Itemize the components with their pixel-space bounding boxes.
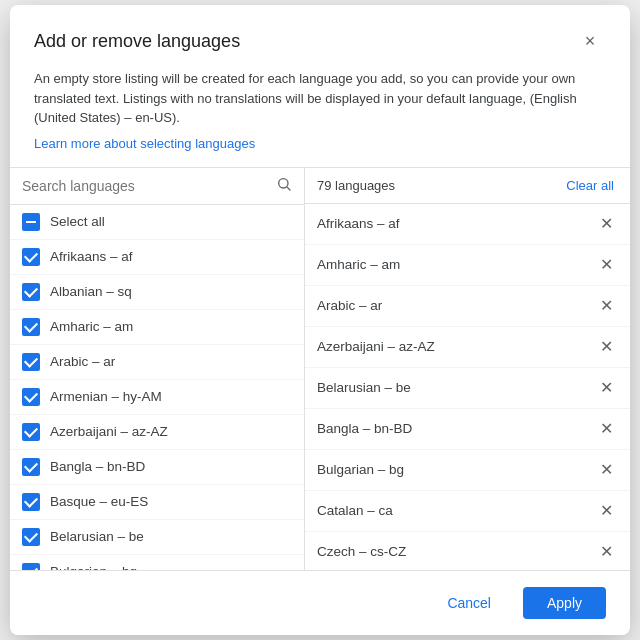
list-item: Afrikaans – af✕ — [305, 204, 630, 245]
checkbox — [22, 563, 40, 571]
left-panel: Select allAfrikaans – afAlbanian – sqAmh… — [10, 168, 305, 571]
list-item: Bulgarian – bg✕ — [305, 450, 630, 491]
list-item: Bangla – bn-BD✕ — [305, 409, 630, 450]
remove-language-button[interactable]: ✕ — [594, 417, 618, 441]
list-item[interactable]: Select all — [10, 205, 304, 240]
language-label: Czech – cs-CZ — [317, 544, 406, 559]
language-label: Armenian – hy-AM — [50, 389, 162, 404]
remove-language-button[interactable]: ✕ — [594, 376, 618, 400]
list-item[interactable]: Bulgarian – bg — [10, 555, 304, 571]
language-label: Azerbaijani – az-AZ — [50, 424, 168, 439]
remove-language-button[interactable]: ✕ — [594, 212, 618, 236]
language-label: Afrikaans – af — [50, 249, 133, 264]
list-item: Belarusian – be✕ — [305, 368, 630, 409]
language-label: Catalan – ca — [317, 503, 393, 518]
remove-language-button[interactable]: ✕ — [594, 458, 618, 482]
svg-point-0 — [279, 178, 288, 187]
language-label: Afrikaans – af — [317, 216, 400, 231]
right-panel-header: 79 languages Clear all — [305, 168, 630, 204]
learn-more-link[interactable]: Learn more about selecting languages — [10, 136, 630, 167]
content-area: Select allAfrikaans – afAlbanian – sqAmh… — [10, 167, 630, 571]
list-item: Czech – cs-CZ✕ — [305, 532, 630, 571]
language-label: Belarusian – be — [317, 380, 411, 395]
checkbox — [22, 283, 40, 301]
svg-line-1 — [287, 187, 290, 190]
checkbox — [22, 388, 40, 406]
checkbox — [22, 248, 40, 266]
list-item[interactable]: Belarusian – be — [10, 520, 304, 555]
language-label: Bangla – bn-BD — [50, 459, 145, 474]
language-count: 79 languages — [317, 178, 395, 193]
list-item: Azerbaijani – az-AZ✕ — [305, 327, 630, 368]
search-input[interactable] — [22, 178, 268, 194]
language-label: Belarusian – be — [50, 529, 144, 544]
list-item: Catalan – ca✕ — [305, 491, 630, 532]
checkbox — [22, 423, 40, 441]
remove-language-button[interactable]: ✕ — [594, 540, 618, 564]
language-label: Albanian – sq — [50, 284, 132, 299]
remove-language-button[interactable]: ✕ — [594, 335, 618, 359]
checkbox — [22, 353, 40, 371]
list-item[interactable]: Bangla – bn-BD — [10, 450, 304, 485]
list-item[interactable]: Azerbaijani – az-AZ — [10, 415, 304, 450]
remove-language-button[interactable]: ✕ — [594, 499, 618, 523]
language-label: Bangla – bn-BD — [317, 421, 412, 436]
list-item[interactable]: Albanian – sq — [10, 275, 304, 310]
close-button[interactable]: × — [574, 25, 606, 57]
search-box — [10, 168, 304, 205]
selected-language-list: Afrikaans – af✕Amharic – am✕Arabic – ar✕… — [305, 204, 630, 571]
language-label: Basque – eu-ES — [50, 494, 148, 509]
language-label: Amharic – am — [317, 257, 400, 272]
language-label: Amharic – am — [50, 319, 133, 334]
list-item[interactable]: Afrikaans – af — [10, 240, 304, 275]
list-item[interactable]: Amharic – am — [10, 310, 304, 345]
clear-all-button[interactable]: Clear all — [562, 176, 618, 195]
list-item[interactable]: Armenian – hy-AM — [10, 380, 304, 415]
dialog-header: Add or remove languages × — [10, 5, 630, 69]
language-label: Bulgarian – bg — [317, 462, 404, 477]
list-item: Amharic – am✕ — [305, 245, 630, 286]
language-label: Arabic – ar — [50, 354, 115, 369]
apply-button[interactable]: Apply — [523, 587, 606, 619]
list-item[interactable]: Arabic – ar — [10, 345, 304, 380]
dialog-footer: Cancel Apply — [10, 570, 630, 635]
search-icon — [276, 176, 292, 196]
dialog: Add or remove languages × An empty store… — [10, 5, 630, 635]
remove-language-button[interactable]: ✕ — [594, 294, 618, 318]
language-label: Select all — [50, 214, 105, 229]
checkbox — [22, 528, 40, 546]
dialog-description: An empty store listing will be created f… — [10, 69, 630, 136]
list-item: Arabic – ar✕ — [305, 286, 630, 327]
language-list: Select allAfrikaans – afAlbanian – sqAmh… — [10, 205, 304, 571]
language-label: Arabic – ar — [317, 298, 382, 313]
remove-language-button[interactable]: ✕ — [594, 253, 618, 277]
checkbox — [22, 213, 40, 231]
cancel-button[interactable]: Cancel — [427, 587, 511, 619]
checkbox — [22, 493, 40, 511]
list-item[interactable]: Basque – eu-ES — [10, 485, 304, 520]
language-label: Azerbaijani – az-AZ — [317, 339, 435, 354]
checkbox — [22, 318, 40, 336]
language-label: Bulgarian – bg — [50, 564, 137, 570]
checkbox — [22, 458, 40, 476]
right-panel: 79 languages Clear all Afrikaans – af✕Am… — [305, 168, 630, 571]
dialog-title: Add or remove languages — [34, 31, 240, 52]
